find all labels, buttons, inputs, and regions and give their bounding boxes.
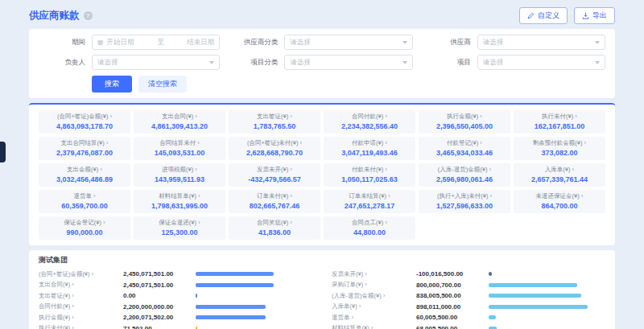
stat-card[interactable]: 剩余预付款金额(¥) 373,082.00 <box>514 137 605 160</box>
stat-card[interactable]: (合同+签证)金额(¥) 4,863,093,178.70 <box>39 110 130 134</box>
metric-label: 退货单 <box>332 314 416 322</box>
stat-value: 2,657,339,761.44 <box>517 175 602 183</box>
stat-value: 864,700.00 <box>517 202 602 210</box>
stat-card[interactable]: 合同付款(¥) 2,234,382,556.40 <box>324 110 415 134</box>
stat-card[interactable]: 材料结算单(¥) 1,798,631,995.00 <box>134 190 225 213</box>
stat-value: 60,359,700.00 <box>42 202 127 210</box>
metric-row[interactable]: 发票未开(¥) -100,016,500.00 <box>332 269 605 280</box>
metric-label: 支出合同(¥) <box>39 281 123 289</box>
stat-card[interactable]: (入库-退货)金额(¥) 2,596,980,061.46 <box>419 163 510 187</box>
help-icon[interactable]: ? <box>84 11 93 20</box>
metric-value: 0.00 <box>123 292 196 299</box>
stat-label: 剩余预付款金额(¥) <box>517 139 602 147</box>
stat-card[interactable]: 执行未付(¥) 162,167,851.00 <box>514 110 605 134</box>
stat-card[interactable]: 合同点工(¥) 44,800.00 <box>324 216 415 240</box>
stat-value: 162,167,851.00 <box>517 122 602 130</box>
project-category-select[interactable]: 请选择 <box>284 55 412 70</box>
stat-card[interactable]: 付款未付(¥) 1,050,117,025.63 <box>324 163 415 187</box>
stat-card[interactable]: 进项税额(¥) 143,959,511.93 <box>134 163 225 187</box>
stat-card[interactable]: 支出金额(¥) 3,032,456,486.89 <box>39 163 130 187</box>
stat-card[interactable]: (执行+入库)未付(¥) 1,527,596,633.00 <box>419 190 510 213</box>
metric-row[interactable]: 合同付款(¥) 2,200,000,000.00 <box>39 302 312 313</box>
metric-label: (入库-退货)金额(¥) <box>332 292 416 300</box>
stat-card[interactable]: 订单未结算(¥) 247,651,278.17 <box>324 190 415 213</box>
metric-value: 800,000,700.00 <box>416 282 489 289</box>
chevron-right-icon <box>359 302 361 310</box>
owner-select[interactable]: 请选择 <box>92 55 220 70</box>
project-select[interactable]: 请选择 <box>477 55 605 70</box>
metric-label: 执行金额(¥) <box>39 314 123 322</box>
stat-label: 材料结算单(¥) <box>137 192 222 200</box>
stat-card[interactable]: 合同结算未付 145,093,531.00 <box>134 137 225 160</box>
metric-row[interactable]: 执行未付(¥) 71,502.00 <box>39 323 312 329</box>
search-button[interactable]: 搜索 <box>92 76 132 93</box>
metric-bar <box>196 294 197 298</box>
stat-label: (合同+签证)金额(¥) <box>42 113 127 121</box>
metric-label: (合同+签证)金额(¥) <box>39 270 123 278</box>
bar-track <box>489 272 605 276</box>
end-date-placeholder: 结束日期 <box>167 38 215 47</box>
supplier-category-select[interactable]: 请选择 <box>284 35 412 50</box>
stat-value: 4,861,309,413.20 <box>137 122 222 130</box>
metric-row[interactable]: 入库单(¥) 898,011,000.00 <box>332 302 605 313</box>
bar-track <box>196 283 312 287</box>
bar-track <box>196 305 312 309</box>
export-button[interactable]: 导出 <box>574 7 615 24</box>
clear-search-button[interactable]: 清空搜索 <box>138 76 187 93</box>
stat-card[interactable]: 退货单 60,359,700.00 <box>39 190 130 213</box>
stat-card[interactable]: 付款登记(¥) 3,465,934,033.46 <box>419 137 510 160</box>
dropdown-caret-icon <box>595 41 600 44</box>
chevron-right-icon <box>385 139 387 146</box>
stat-card[interactable]: 支出合同(¥) 4,861,309,413.20 <box>134 110 225 134</box>
stat-value: 2,234,382,556.40 <box>327 122 412 130</box>
project-category-field: 项目分类 请选择 <box>231 55 412 70</box>
metric-row[interactable]: 采购订单(¥) 800,000,700.00 <box>332 280 605 291</box>
stat-card[interactable]: 入库单(¥) 2,657,339,761.44 <box>514 163 605 187</box>
stat-card[interactable]: 订单未付(¥) 802,665,767.46 <box>229 190 320 213</box>
stat-label: 退货单 <box>42 192 127 200</box>
metrics-column-right: 发票未开(¥) -100,016,500.00 采购订单(¥) 800,000,… <box>332 269 605 329</box>
stat-card[interactable]: 保证金退还(¥) 125,300.00 <box>134 216 225 240</box>
metric-row[interactable]: 材料结算单(¥) 68,005,500.00 <box>332 323 605 329</box>
metric-value: 2,450,071,501.00 <box>123 282 196 289</box>
stat-value: 1,783,765.50 <box>232 122 317 130</box>
supplier-category-field: 供应商分类 请选择 <box>231 35 412 50</box>
chevron-right-icon <box>195 113 197 120</box>
stat-card[interactable]: (合同+签证)未付(¥) 2,628,668,790.70 <box>229 137 320 160</box>
select-placeholder: 请选择 <box>97 58 206 68</box>
stat-value: 1,798,631,995.00 <box>137 202 222 210</box>
metric-value: 2,200,000,000.00 <box>123 303 196 310</box>
chevron-right-icon <box>198 192 200 199</box>
customize-button[interactable]: 自定义 <box>519 7 568 24</box>
stat-card[interactable]: 执行金额(¥) 2,396,550,405.00 <box>419 110 510 134</box>
metric-bar <box>196 272 274 276</box>
stat-card[interactable]: 支出签证(¥) 1,783,765.50 <box>229 110 320 134</box>
stat-card[interactable]: 发票未开(¥) -432,479,566.57 <box>229 163 320 187</box>
metric-label: 入库单(¥) <box>332 302 416 310</box>
stat-label: 支出合同结算(¥) <box>42 139 127 147</box>
metric-label: 材料结算单(¥) <box>332 324 416 329</box>
stat-card[interactable]: 未退还保证金(¥) 864,700.00 <box>514 190 605 213</box>
stat-label: 支出金额(¥) <box>42 166 127 174</box>
supplier-select[interactable]: 请选择 <box>477 35 605 50</box>
stat-label: 订单未付(¥) <box>232 192 317 200</box>
stat-card[interactable]: 支出合同结算(¥) 2,379,476,087.00 <box>39 137 130 160</box>
drawer-handle[interactable] <box>0 142 6 162</box>
chevron-right-icon <box>72 281 74 288</box>
metric-row[interactable]: 支出合同(¥) 2,450,071,501.00 <box>39 280 312 291</box>
metric-row[interactable]: 支出签证(¥) 0.00 <box>39 290 312 302</box>
metric-row[interactable]: (合同+签证)金额(¥) 2,450,071,501.00 <box>39 269 312 280</box>
date-separator: 至 <box>157 38 164 47</box>
select-placeholder: 请选择 <box>483 38 592 47</box>
date-range-input[interactable]: ▦ 开始日期 至 结束日期 <box>92 35 220 50</box>
stat-card[interactable]: 付款申请(¥) 3,047,119,493.46 <box>324 137 415 160</box>
metric-row[interactable]: 执行金额(¥) 2,200,071,502.00 <box>39 312 312 323</box>
metric-row[interactable]: 退货单 60,005,500.00 <box>332 312 605 323</box>
select-placeholder: 请选择 <box>483 58 592 68</box>
metric-bar <box>489 283 577 287</box>
project-field: 项目 请选择 <box>424 55 605 70</box>
metric-row[interactable]: (入库-退货)金额(¥) 838,005,500.00 <box>332 290 605 302</box>
chevron-right-icon <box>290 113 292 120</box>
stat-card[interactable]: 合同奖惩(¥) 41,836.00 <box>229 216 320 240</box>
stat-card[interactable]: 保证金登记(¥) 990,000.00 <box>39 216 130 240</box>
